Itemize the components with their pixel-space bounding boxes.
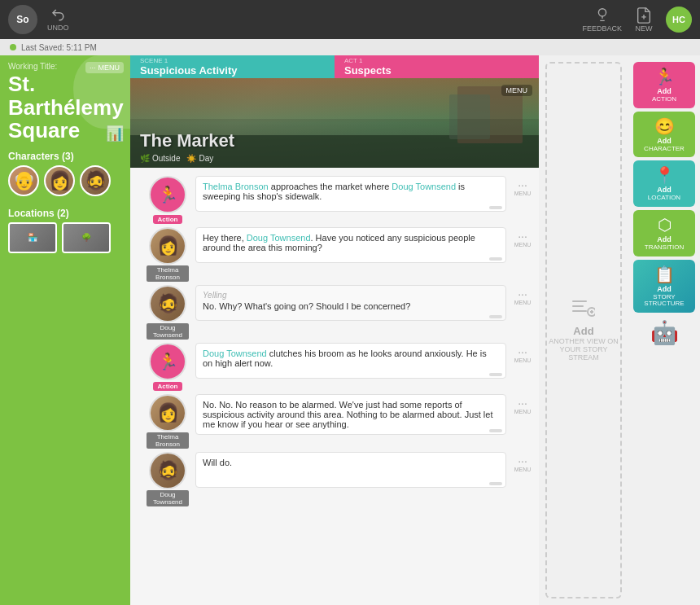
undo-button[interactable]: UNDO [47,7,69,32]
location-btn-label: Add LOCATION [648,186,680,202]
saved-dot [10,44,16,50]
app-logo: So [8,5,37,34]
location-thumb-1[interactable]: 🏪 [8,222,57,253]
dots-btn-2[interactable]: ··· [518,288,527,300]
project-title: St. Barthélemy Square [8,72,122,142]
new-button[interactable]: NEW [635,7,653,33]
dots-btn-3[interactable]: ··· [518,346,527,357]
main-layout: ··· MENU Working Title: St. Barthélemy S… [0,55,700,605]
character-avatar-1[interactable]: 👴 [8,165,39,196]
script-area[interactable]: 🏃 Action Thelma Bronson approaches the m… [130,168,539,605]
resize-handle-3[interactable] [489,373,502,376]
dots-menu-4[interactable]: ··· MENU [513,394,532,414]
content-box-0: Thelma Bronson approaches the market whe… [195,176,506,212]
saved-text: Last Saved: 5:11 PM [21,43,97,52]
content-box-3: Doug Townsend clutches his broom as he l… [195,343,506,379]
add-transition-button[interactable]: ⬡ Add TRANSITION [633,210,695,256]
character-btn-label: Add CHARACTER [644,138,685,153]
link-thelma-1[interactable]: Thelma Bronson [203,182,269,191]
scene-tab-1[interactable]: SCENE 1 Suspicious Activity [130,55,335,78]
action-badge-0: Action [153,215,183,224]
story-btn-icon: 📋 [654,265,675,284]
content-box-4: No. No. No reason to be alarmed. We've j… [195,394,506,435]
character-avatar-2[interactable]: 👩 [44,165,75,196]
char-avatar-thelma-2: 👩 Thelma Bronson [147,394,189,449]
add-view-sublabel: ANOTHER VIEW ON YOUR STORY STREAM [547,337,620,362]
right-area: Add ANOTHER VIEW ON YOUR STORY STREAM 🏃 … [539,55,700,605]
center-panel: SCENE 1 Suspicious Activity ACT 1 Suspec… [130,55,539,605]
action-btn-label: Add ACTION [652,88,676,103]
location-thumb-2[interactable]: 🌳 [62,222,111,253]
char-avatar-action2: 🏃 Action [147,343,189,391]
story-item-5: 🧔 Doug Townsend Will do. ··· MENU [137,452,532,506]
char-avatar-action1: 🏃 Action [147,176,189,224]
locations-label: Locations (2) [0,203,130,222]
action-btn-icon: 🏃 [654,67,675,86]
dots-menu-2[interactable]: ··· MENU [513,285,532,305]
resize-handle-0[interactable] [489,206,502,209]
thelma-name-label-2: Thelma Bronson [147,432,189,449]
stage-direction-label: Yelling [203,291,499,300]
user-avatar[interactable]: HC [666,7,692,33]
link-doug-1[interactable]: Doug Townsend [392,182,456,191]
characters-label: Characters (3) [0,146,130,165]
dots-menu-0[interactable]: ··· MENU [513,176,532,196]
svg-point-0 [598,9,606,16]
action-badge-3: Action [153,382,183,391]
locations-thumbnails: 🏪 🌳 [0,222,130,260]
link-doug-3[interactable]: Doug Townsend [203,349,267,358]
thelma-name-label: Thelma Bronson [147,265,189,282]
add-action-button[interactable]: 🏃 Add ACTION [633,62,695,108]
resize-handle-4[interactable] [489,429,502,432]
scene-menu-button[interactable]: MENU [501,85,533,96]
scene-image: The Market 🌿Outside ☀️Day MENU [130,78,539,168]
link-doug-2[interactable]: Doug Townsend [247,233,311,243]
action-avatar-icon-2: 🏃 [149,343,186,380]
chart-icon: 📊 [106,125,124,142]
scene-location-title: The Market [140,130,234,151]
action-buttons-panel: 🏃 Add ACTION 😊 Add CHARACTER 📍 Add [628,55,700,605]
content-box-2: Yelling No. Why? What's going on? Should… [195,285,506,321]
character-avatar-3[interactable]: 🧔 [80,165,111,196]
add-view-button[interactable]: Add ANOTHER VIEW ON YOUR STORY STREAM [545,62,622,598]
char-avatar-thelma-1: 👩 Thelma Bronson [147,227,189,282]
story-item-1: 👩 Thelma Bronson Hey there, Doug Townsen… [137,227,532,282]
location-btn-icon: 📍 [654,165,675,185]
day-tag: ☀️Day [186,154,213,163]
svg-rect-1 [572,300,587,302]
working-title-area: ··· MENU Working Title: St. Barthélemy S… [0,55,130,146]
sidebar-menu-button[interactable]: ··· MENU [85,62,124,73]
feedback-button[interactable]: FEEDBACK [582,7,622,33]
add-character-button[interactable]: 😊 Add CHARACTER [633,112,695,158]
resize-handle-1[interactable] [489,257,502,261]
doug-name-label-1: Doug Townsend [147,323,189,340]
dots-menu-1[interactable]: ··· MENU [513,227,532,248]
outside-tag: 🌿Outside [140,154,180,163]
content-box-1: Hey there, Doug Townsend. Have you notic… [195,227,506,263]
resize-handle-5[interactable] [489,482,502,485]
dots-menu-5[interactable]: ··· MENU [513,452,532,472]
dots-menu-3[interactable]: ··· MENU [513,343,532,363]
dots-btn-0[interactable]: ··· [518,179,527,191]
add-story-structure-button[interactable]: 📋 Add STORY STRUCTURE [633,260,695,313]
action-avatar-icon: 🏃 [149,176,186,213]
dots-btn-4[interactable]: ··· [518,397,527,409]
dots-btn-1[interactable]: ··· [518,230,527,242]
right-panel: Add ANOTHER VIEW ON YOUR STORY STREAM [539,55,628,605]
char-avatar-doug-2: 🧔 Doug Townsend [147,452,189,506]
story-item-4: 👩 Thelma Bronson No. No. No reason to be… [137,394,532,449]
resize-handle-2[interactable] [489,315,502,318]
thelma-avatar-img-2: 👩 [149,394,186,432]
add-location-button[interactable]: 📍 Add LOCATION [633,160,695,207]
story-btn-label: Add STORY STRUCTURE [637,286,692,308]
scene-tab-2[interactable]: ACT 1 Suspects [335,55,539,78]
doug-avatar-img-1: 🧔 [149,285,186,322]
dots-btn-5[interactable]: ··· [518,455,527,467]
sidebar: ··· MENU Working Title: St. Barthélemy S… [0,55,130,605]
svg-rect-2 [572,305,584,307]
mascot: 🤖 [633,319,695,346]
doug-name-label-2: Doug Townsend [147,490,189,506]
character-btn-icon: 😊 [654,116,675,136]
thelma-avatar-img: 👩 [149,227,186,265]
transition-btn-icon: ⬡ [658,215,672,235]
